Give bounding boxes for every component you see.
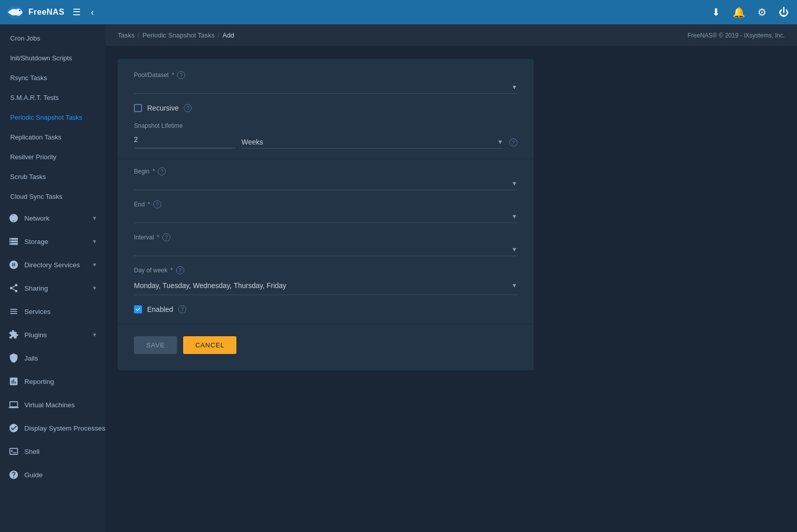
recursive-label: Recursive: [147, 104, 179, 112]
power-icon[interactable]: ⏻: [777, 5, 791, 20]
vm-icon: [8, 399, 19, 410]
end-help-icon[interactable]: ?: [153, 200, 161, 208]
menu-icon[interactable]: ☰: [71, 5, 83, 20]
sidebar-label-shell: Shell: [24, 448, 40, 455]
plugins-icon: [8, 329, 19, 340]
sidebar: Cron Jobs Init/Shutdown Scripts Rsync Ta…: [0, 24, 106, 532]
sidebar-label-smart: S.M.A.R.T. Tests: [10, 94, 59, 101]
interval-required: *: [157, 234, 159, 241]
recursive-checkbox[interactable]: [134, 104, 142, 112]
sidebar-item-cloud-sync[interactable]: Cloud Sync Tasks: [0, 187, 106, 206]
required-marker: *: [172, 72, 175, 79]
sidebar-item-shell[interactable]: Shell: [0, 440, 106, 463]
sidebar-item-plugins[interactable]: Plugins ▼: [0, 323, 106, 346]
begin-help-icon[interactable]: ?: [158, 167, 166, 175]
sidebar-label-rsync: Rsync Tasks: [10, 74, 47, 82]
svg-point-1: [19, 10, 21, 12]
begin-required: *: [153, 168, 155, 175]
sidebar-item-resilver-priority[interactable]: Resilver Priority: [0, 147, 106, 167]
breadcrumb-current: Add: [223, 31, 234, 39]
jails-icon: [8, 352, 19, 364]
begin-group: Begin * ? ▼: [134, 167, 517, 190]
dow-help-icon[interactable]: ?: [176, 266, 184, 274]
interval-help-icon[interactable]: ?: [162, 233, 170, 241]
logo: FreeNAS: [6, 3, 64, 21]
sidebar-item-cron-jobs[interactable]: Cron Jobs: [0, 28, 106, 48]
sidebar-item-guide[interactable]: Guide: [0, 463, 106, 486]
form-card: Pool/Dataset * ? ▼ Recursive: [118, 59, 534, 370]
end-select[interactable]: [134, 212, 508, 221]
save-button[interactable]: SAVE: [134, 336, 177, 354]
sidebar-label-resilver: Resilver Priority: [10, 153, 56, 161]
lifetime-num-row: [134, 131, 235, 148]
day-of-week-group: Day of week * ? Monday, Tuesday, Wednesd…: [134, 266, 517, 295]
lifetime-number-input[interactable]: [134, 133, 235, 146]
sidebar-item-reporting[interactable]: Reporting: [0, 370, 106, 393]
snapshot-lifetime-label: Snapshot Lifetime: [134, 122, 517, 129]
back-icon[interactable]: ‹: [89, 5, 96, 20]
sidebar-item-periodic-snapshot[interactable]: Periodic Snapshot Tasks: [0, 108, 106, 127]
breadcrumb-tasks[interactable]: Tasks: [118, 31, 134, 39]
sidebar-item-init-shutdown[interactable]: Init/Shutdown Scripts: [0, 48, 106, 68]
begin-select[interactable]: [134, 180, 508, 188]
lifetime-unit-container: Weeks Hours Days Months Years ▼: [241, 136, 503, 149]
sidebar-label-init-shutdown: Init/Shutdown Scripts: [10, 54, 72, 62]
sidebar-item-storage[interactable]: Storage ▼: [0, 230, 106, 253]
sidebar-item-jails[interactable]: Jails: [0, 346, 106, 370]
download-icon[interactable]: ⬇: [710, 4, 722, 20]
breadcrumb-periodic-snapshot-tasks[interactable]: Periodic Snapshot Tasks: [143, 31, 215, 39]
sidebar-item-directory-services[interactable]: Directory Services ▼: [0, 253, 106, 276]
sidebar-item-rsync-tasks[interactable]: Rsync Tasks: [0, 68, 106, 88]
sidebar-item-services[interactable]: Services: [0, 300, 106, 323]
sidebar-item-replication-tasks[interactable]: Replication Tasks: [0, 127, 106, 147]
begin-label: Begin * ?: [134, 167, 517, 175]
sidebar-label-periodic-snapshot: Periodic Snapshot Tasks: [10, 114, 82, 121]
shell-icon: [8, 446, 19, 457]
topnav-left: FreeNAS ☰ ‹: [6, 3, 96, 21]
checkmark-icon: [135, 307, 141, 312]
chevron-down-icon-plugins: ▼: [92, 332, 97, 338]
network-icon: [8, 212, 19, 224]
topnav: FreeNAS ☰ ‹ ⬇ 🔔 ⚙ ⏻: [0, 0, 797, 24]
sidebar-label-services: Services: [24, 308, 51, 315]
brand-text: FreeNAS® © 2019 - iXsystems, Inc.: [687, 32, 785, 39]
chevron-down-icon: ▼: [92, 215, 97, 221]
begin-dropdown-arrow: ▼: [511, 180, 517, 187]
end-label: End * ?: [134, 200, 517, 208]
enabled-checkbox[interactable]: [134, 305, 142, 313]
sidebar-item-sharing[interactable]: Sharing ▼: [0, 276, 106, 300]
sidebar-item-display-system[interactable]: Display System Processes: [0, 416, 106, 440]
freenas-logo-icon: [6, 3, 24, 21]
sidebar-item-scrub-tasks[interactable]: Scrub Tasks: [0, 167, 106, 187]
day-of-week-label: Day of week * ?: [134, 266, 517, 274]
recursive-group: Recursive ?: [134, 104, 517, 112]
begin-select-row: ▼: [134, 178, 517, 190]
lifetime-row: Weeks Hours Days Months Years ▼ ?: [134, 131, 517, 149]
cancel-button[interactable]: CANCEL: [183, 336, 237, 354]
pool-dataset-group: Pool/Dataset * ? ▼: [134, 71, 517, 94]
pool-dataset-select[interactable]: [134, 83, 508, 91]
interval-group: Interval * ? ▼: [134, 233, 517, 256]
end-select-row: ▼: [134, 210, 517, 223]
sidebar-label-guide: Guide: [24, 471, 43, 479]
recursive-help-icon[interactable]: ?: [184, 104, 192, 112]
day-of-week-select-row: Monday, Tuesday, Wednesday, Thursday, Fr…: [134, 276, 517, 295]
notification-icon[interactable]: 🔔: [731, 4, 747, 20]
lifetime-help-icon[interactable]: ?: [509, 138, 517, 147]
enabled-help-icon[interactable]: ?: [178, 305, 186, 313]
pool-dataset-label: Pool/Dataset * ?: [134, 71, 517, 79]
sidebar-item-network[interactable]: Network ▼: [0, 206, 106, 230]
sidebar-item-virtual-machines[interactable]: Virtual Machines: [0, 393, 106, 416]
pool-dataset-help-icon[interactable]: ?: [177, 71, 185, 79]
divider-2: [118, 324, 534, 324]
chevron-down-icon-share: ▼: [92, 285, 97, 291]
interval-select[interactable]: [134, 245, 508, 254]
services-icon: [8, 306, 19, 317]
settings-icon[interactable]: ⚙: [755, 4, 769, 20]
display-system-icon: [8, 422, 19, 434]
sidebar-label-reporting: Reporting: [24, 378, 54, 385]
lifetime-unit-select[interactable]: Weeks Hours Days Months Years: [241, 138, 494, 146]
sidebar-item-smart-tests[interactable]: S.M.A.R.T. Tests: [0, 88, 106, 108]
sidebar-label-vm: Virtual Machines: [24, 401, 75, 409]
sidebar-label-directory: Directory Services: [24, 261, 80, 269]
